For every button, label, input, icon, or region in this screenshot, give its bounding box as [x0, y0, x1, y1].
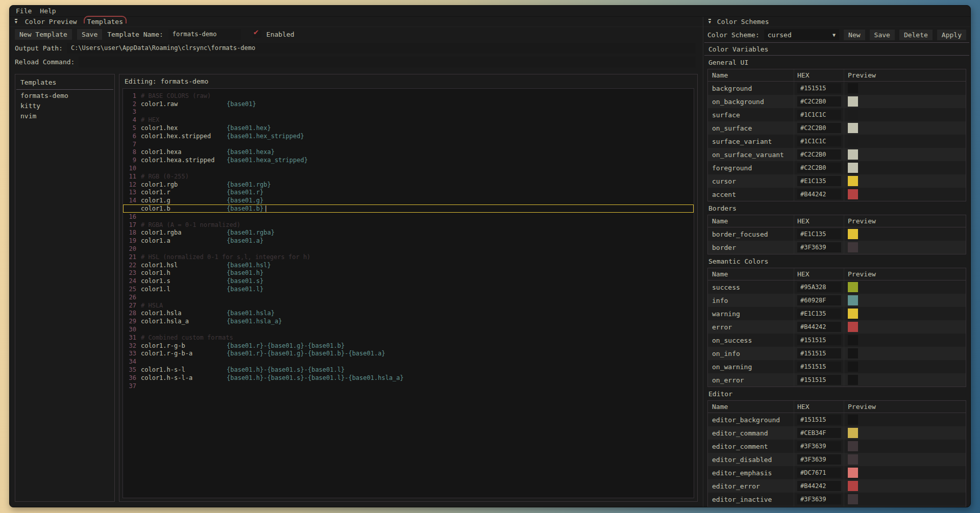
hex-value-input[interactable]: [797, 83, 841, 93]
color-swatch[interactable]: [848, 335, 858, 345]
color-swatch[interactable]: [848, 375, 858, 385]
hex-value-input[interactable]: [797, 481, 841, 491]
hex-value-input[interactable]: [797, 96, 841, 107]
template-list-item-nvim[interactable]: nvim: [15, 110, 114, 120]
code-line[interactable]: 29color1.hsla_a{base01.hsla_a}: [123, 317, 694, 325]
color-swatch[interactable]: [848, 282, 858, 292]
hex-value-input[interactable]: [797, 242, 841, 252]
code-line[interactable]: 27# HSLA: [123, 301, 694, 310]
menu-item-file[interactable]: File: [16, 7, 32, 15]
code-line[interactable]: 2color1.raw{base01}: [123, 100, 694, 108]
code-line-focused[interactable]: 15color1.b{base01.b}|: [123, 204, 694, 213]
template-code-editor[interactable]: 1# BASE COLORS (raw)2color1.raw{base01}3…: [122, 88, 694, 498]
code-line[interactable]: 17# RGBA (A = 0-1 normalized): [123, 221, 694, 229]
hex-value-input[interactable]: [797, 494, 841, 504]
code-line[interactable]: 35color1.h-s-l{base01.h}-{base01.s}-{bas…: [123, 366, 694, 374]
code-line[interactable]: 13color1.r{base01.r}: [123, 189, 694, 197]
code-line[interactable]: 24color1.s{base01.s}: [123, 277, 694, 285]
hex-value-input[interactable]: [797, 149, 841, 160]
tab-templates[interactable]: Templates: [85, 17, 126, 26]
code-line[interactable]: 4# HEX: [123, 116, 694, 124]
scheme-save-button[interactable]: Save: [870, 30, 895, 40]
code-line[interactable]: 25color1.l{base01.l}: [123, 285, 694, 293]
hex-value-input[interactable]: [797, 123, 841, 133]
color-swatch[interactable]: [848, 176, 858, 186]
code-line[interactable]: 3: [123, 108, 694, 116]
hex-value-input[interactable]: [797, 415, 841, 425]
hex-value-input[interactable]: [797, 468, 841, 478]
code-line[interactable]: 26: [123, 293, 694, 301]
code-line[interactable]: 16: [123, 213, 694, 221]
code-line[interactable]: 21# HSL (normalized 0-1 for s,l, integer…: [123, 253, 694, 261]
code-line[interactable]: 20: [123, 245, 694, 253]
hex-value-input[interactable]: [797, 295, 841, 305]
color-swatch[interactable]: [848, 110, 858, 120]
code-line[interactable]: 5color1.hex{base01.hex}: [123, 124, 694, 132]
hex-value-input[interactable]: [797, 189, 841, 199]
color-swatch[interactable]: [848, 468, 858, 478]
template-name-input[interactable]: [168, 29, 241, 40]
menu-item-help[interactable]: Help: [40, 7, 56, 15]
color-swatch[interactable]: [848, 454, 858, 465]
code-line[interactable]: 36color1.h-s-l-a{base01.h}-{base01.s}-{b…: [123, 374, 694, 382]
code-line[interactable]: 37: [123, 382, 694, 390]
color-swatch[interactable]: [848, 149, 858, 160]
code-line[interactable]: 33color1.r-g-b-a{base01.r}-{base01.g}-{b…: [123, 350, 694, 358]
hex-value-input[interactable]: [797, 454, 841, 465]
new-template-button[interactable]: New Template: [15, 29, 72, 40]
reload-command-input[interactable]: [79, 57, 696, 67]
code-line[interactable]: 11# RGB (0-255): [123, 172, 694, 181]
color-swatch[interactable]: [848, 428, 858, 438]
code-line[interactable]: 14color1.g{base01.g}: [123, 196, 694, 204]
enabled-checkbox[interactable]: ✔: [253, 30, 261, 38]
hex-value-input[interactable]: [797, 163, 841, 173]
color-swatch[interactable]: [848, 309, 858, 319]
scheme-apply-button[interactable]: Apply: [937, 30, 966, 40]
color-swatch[interactable]: [848, 415, 858, 425]
hex-value-input[interactable]: [797, 309, 841, 319]
code-line[interactable]: 7: [123, 140, 694, 148]
color-swatch[interactable]: [848, 229, 858, 239]
hex-value-input[interactable]: [797, 176, 841, 186]
save-template-button[interactable]: Save: [77, 29, 102, 40]
code-line[interactable]: 8color1.hexa{base01.hexa}: [123, 148, 694, 157]
code-line[interactable]: 19color1.a{base01.a}: [123, 237, 694, 245]
hex-value-input[interactable]: [797, 282, 841, 292]
color-swatch[interactable]: [848, 362, 858, 372]
color-swatch[interactable]: [848, 441, 858, 451]
hex-value-input[interactable]: [797, 362, 841, 372]
hex-value-input[interactable]: [797, 335, 841, 345]
code-line[interactable]: 28color1.hsla{base01.hsla}: [123, 310, 694, 318]
code-line[interactable]: 12color1.rgb{base01.rgb}: [123, 181, 694, 189]
hex-value-input[interactable]: [797, 322, 841, 332]
color-swatch[interactable]: [848, 189, 858, 199]
color-swatch[interactable]: [848, 96, 858, 107]
template-list-item-formats-demo[interactable]: formats-demo: [15, 90, 114, 100]
code-line[interactable]: 23color1.h{base01.h}: [123, 269, 694, 277]
hex-value-input[interactable]: [797, 110, 841, 120]
code-line[interactable]: 22color1.hsl{base01.hsl}: [123, 261, 694, 269]
tab-color-preview[interactable]: Color Preview: [22, 17, 80, 26]
color-scheme-dropdown[interactable]: cursed ▼: [764, 29, 839, 40]
hex-value-input[interactable]: [797, 229, 841, 239]
template-list-item-kitty[interactable]: kitty: [15, 100, 114, 110]
code-line[interactable]: 18color1.rgba{base01.rgba}: [123, 229, 694, 237]
color-swatch[interactable]: [848, 123, 858, 133]
color-swatch[interactable]: [848, 242, 858, 252]
code-line[interactable]: 1# BASE COLORS (raw): [123, 92, 694, 100]
color-swatch[interactable]: [848, 295, 858, 305]
collapse-panel-icon[interactable]: ▼: [708, 19, 711, 24]
code-line[interactable]: 30: [123, 325, 694, 334]
scheme-new-button[interactable]: New: [844, 30, 865, 40]
color-swatch[interactable]: [848, 348, 858, 358]
code-line[interactable]: 34: [123, 357, 694, 366]
code-line[interactable]: 9color1.hexa.stripped{base01.hexa_stripp…: [123, 156, 694, 164]
color-swatch[interactable]: [848, 322, 858, 332]
collapse-panel-icon[interactable]: ▼: [15, 19, 17, 24]
hex-value-input[interactable]: [797, 441, 841, 451]
hex-value-input[interactable]: [797, 428, 841, 438]
hex-value-input[interactable]: [797, 348, 841, 358]
scheme-delete-button[interactable]: Delete: [899, 30, 933, 40]
color-swatch[interactable]: [848, 83, 858, 93]
code-line[interactable]: 31# Combined custom formats: [123, 334, 694, 342]
